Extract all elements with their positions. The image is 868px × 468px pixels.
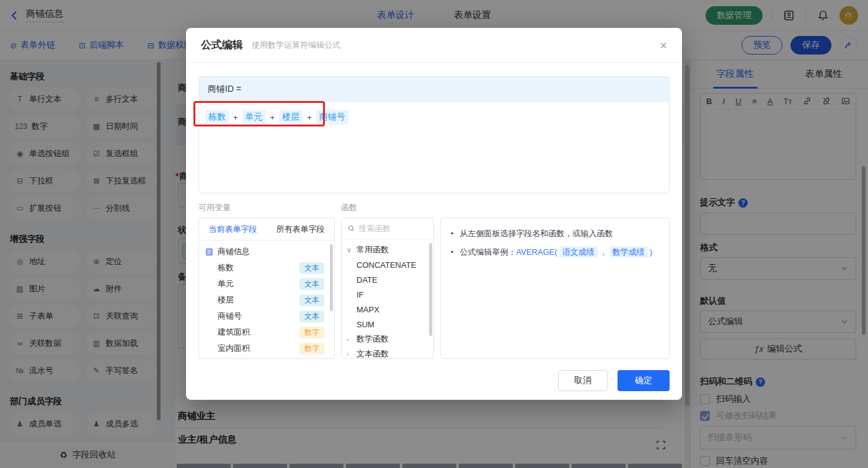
functions-scrollbar[interactable]: [429, 243, 432, 336]
function-items: CONCATENATEDATEIFMAPXSUM: [342, 257, 433, 332]
help-panel: • 从左侧面板选择字段名和函数，或输入函数 • 公式编辑举例：AVERAGE(语…: [440, 218, 670, 359]
help-line-2: • 公式编辑举例：AVERAGE(语文成绩，数学成绩): [451, 243, 659, 262]
variable-name: 商铺号: [218, 311, 242, 322]
variable-type-badge: 数字: [299, 343, 324, 355]
function-item[interactable]: MAPX: [342, 302, 433, 317]
form-group-node[interactable]: 商铺信息: [199, 244, 334, 260]
functions-panel: ∨ 常用函数 CONCATENATEDATEIFMAPXSUM › 数学函数: [341, 218, 434, 359]
modal-header: 公式编辑 使用数学运算符编辑公式 ×: [186, 28, 682, 63]
function-group-expanded[interactable]: ∨ 常用函数: [342, 242, 433, 257]
variable-type-badge: 数字: [299, 327, 324, 338]
panel-labels: 可用变量 函数: [198, 202, 670, 213]
plus-operator: +: [270, 113, 275, 122]
field-token[interactable]: 楼层: [279, 110, 303, 125]
function-item[interactable]: CONCATENATE: [342, 257, 433, 272]
formula-target: 商铺ID =: [199, 77, 669, 102]
formula-term: 栋数 +: [205, 110, 242, 125]
formula-term: 单元 +: [242, 110, 280, 125]
form-doc-icon: [205, 248, 213, 256]
function-group-label: 常用函数: [356, 244, 389, 255]
caret-down-icon: ∨: [347, 246, 353, 254]
variables-scrollbar[interactable]: [330, 244, 333, 311]
modal-footer: 取消 确定: [186, 361, 682, 400]
modal-panels: 当前表单字段所有表单字段 商铺信息 栋数 文本: [198, 218, 670, 359]
field-token[interactable]: 栋数: [205, 110, 229, 125]
function-item[interactable]: IF: [342, 287, 433, 302]
function-group-label: 文本函数: [356, 348, 389, 359]
help-line-1: • 从左侧面板选择字段名和函数，或输入函数: [451, 224, 659, 243]
cancel-button[interactable]: 取消: [558, 370, 608, 391]
modal-body: 商铺ID = 栋数 + 单元 +: [186, 63, 682, 359]
variable-row[interactable]: 单元 文本: [199, 276, 334, 292]
field-token[interactable]: 单元: [242, 110, 266, 125]
field-token[interactable]: 商铺号: [316, 110, 348, 125]
form-designer-page: 商铺信息 表单设计表单设置 数据管理 作 ⊘ 表单外链: [0, 0, 868, 468]
modal-subtitle: 使用数学运算符编辑公式: [252, 40, 340, 51]
formula-editor[interactable]: 商铺ID = 栋数 + 单元 +: [198, 76, 670, 193]
function-group-collapsed[interactable]: › 文本函数: [342, 347, 433, 359]
modal-title: 公式编辑: [201, 38, 243, 52]
formula-edit-modal: 公式编辑 使用数学运算符编辑公式 × 商铺ID = 栋数 + 单元: [186, 28, 682, 400]
example-token: 数学成绩: [609, 246, 648, 258]
variable-type-badge: 文本: [299, 278, 324, 290]
functions-label: 函数: [341, 202, 440, 213]
variable-name: 建筑面积: [218, 327, 250, 338]
help-text: 从左侧面板选择字段名和函数，或输入函数: [460, 224, 613, 243]
function-item[interactable]: DATE: [342, 272, 433, 287]
help-example: 公式编辑举例：AVERAGE(语文成绩，数学成绩): [460, 243, 653, 262]
formula-term: 商铺号 +: [316, 110, 348, 125]
caret-right-icon: ›: [347, 335, 353, 343]
variable-row[interactable]: 楼层 文本: [199, 292, 334, 308]
variable-name: 栋数: [218, 262, 234, 273]
variables-tabs: 当前表单字段所有表单字段: [199, 218, 334, 241]
variables-tab[interactable]: 当前表单字段: [209, 224, 257, 235]
formula-term: 楼层 +: [279, 110, 316, 125]
variable-row[interactable]: 商铺号 文本: [199, 308, 334, 324]
variables-label: 可用变量: [198, 202, 341, 213]
variables-panel: 当前表单字段所有表单字段 商铺信息 栋数 文本: [198, 218, 335, 359]
formula-expression: 栋数 + 单元 + 楼层 +: [199, 102, 669, 133]
variable-type-badge: 文本: [299, 311, 324, 322]
caret-right-icon: ›: [347, 350, 353, 358]
plus-operator: +: [307, 113, 312, 122]
variables-tab[interactable]: 所有表单字段: [277, 224, 325, 235]
plus-operator: +: [233, 113, 238, 122]
variable-row[interactable]: 栋数 文本: [199, 260, 334, 276]
variable-row[interactable]: 室内面积 数字: [199, 340, 334, 356]
variable-name: 单元: [218, 278, 234, 289]
close-icon[interactable]: ×: [660, 39, 667, 51]
variable-row[interactable]: 建筑面积 数字: [199, 324, 334, 340]
search-icon: [348, 224, 355, 232]
function-search-input[interactable]: [358, 224, 427, 233]
variable-name: 楼层: [218, 294, 234, 306]
function-search[interactable]: [342, 218, 433, 239]
variable-type-badge: 文本: [299, 294, 324, 306]
variable-name: 室内面积: [218, 343, 250, 354]
functions-tree: ∨ 常用函数 CONCATENATEDATEIFMAPXSUM › 数学函数: [342, 239, 433, 359]
function-item[interactable]: SUM: [342, 317, 433, 332]
variable-rows: 栋数 文本 单元 文本 楼层: [199, 260, 334, 356]
function-groups-collapsed: › 数学函数 › 文本函数: [342, 332, 433, 359]
function-group-label: 数学函数: [356, 333, 389, 345]
confirm-button[interactable]: 确定: [618, 370, 670, 391]
variables-tree: 商铺信息 栋数 文本 单元: [199, 241, 334, 359]
variable-type-badge: 文本: [299, 262, 324, 274]
bullet: •: [451, 243, 454, 262]
example-token: 语文成绩: [559, 246, 598, 258]
bullet: •: [451, 224, 454, 243]
function-group-collapsed[interactable]: › 数学函数: [342, 332, 433, 347]
form-group-label: 商铺信息: [218, 246, 250, 257]
